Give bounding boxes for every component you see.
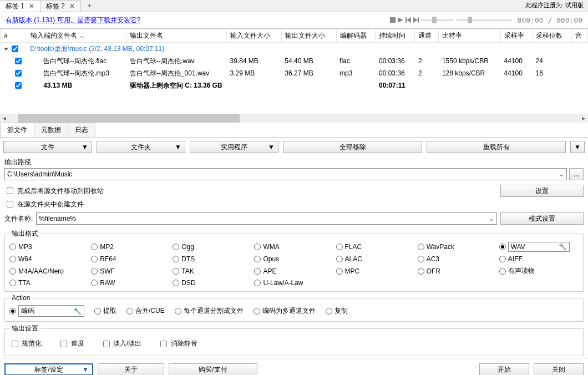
subtab-source[interactable]: 源文件 — [0, 123, 34, 137]
close-icon[interactable]: ✕ — [69, 2, 75, 10]
normalize-checkbox[interactable]: 规范化 — [9, 339, 42, 349]
format-tak[interactable]: TAK — [173, 266, 252, 276]
subtab-log[interactable]: 日志 — [68, 123, 95, 137]
output-path-input[interactable]: C:\Users\admin\Music⌄ — [4, 168, 567, 180]
volume-slider[interactable] — [421, 19, 454, 21]
about-button[interactable]: 关于 — [98, 363, 164, 375]
close-icon[interactable]: ✕ — [29, 2, 34, 10]
format-audiobook[interactable]: 有声读物 — [499, 266, 579, 276]
start-button[interactable]: 开始 — [479, 363, 529, 375]
subtab-metadata[interactable]: 元数据 — [34, 123, 68, 137]
format-wav[interactable]: WAV🔧 — [499, 242, 579, 252]
col-sample-rate[interactable]: 采样率 — [501, 29, 533, 43]
col-input-size[interactable]: 输入文件大小 — [227, 29, 282, 43]
file-dropdown-button[interactable]: 文件▼ — [3, 141, 92, 153]
action-merge[interactable]: 合并/CUE — [126, 306, 165, 316]
format-raw[interactable]: RAW — [91, 279, 170, 287]
row-checkbox[interactable] — [15, 58, 22, 64]
col-input-name[interactable]: 输入端的文件名 ⌄ — [27, 29, 126, 43]
close-button[interactable]: 关闭 — [534, 363, 584, 375]
action-extract[interactable]: 提取 — [94, 306, 116, 316]
group-row[interactable]: D:\tools\桌面\music (2/2, 43.13 MB, 00:07:… — [1, 43, 588, 55]
filename-pattern-input[interactable]: %filename%⌄ — [36, 212, 497, 225]
format-ac3[interactable]: AC3 — [418, 255, 497, 263]
col-audio[interactable]: 音 — [571, 29, 587, 43]
svg-rect-5 — [418, 17, 419, 23]
format-w64[interactable]: W64 — [9, 255, 89, 263]
table-row[interactable]: 告白气球--周杰伦.mp3 告白气球--周杰伦_001.wav 3.29 MB … — [1, 67, 588, 79]
silence-checkbox[interactable]: 消除静音 — [158, 339, 197, 349]
stop-icon[interactable] — [390, 17, 396, 24]
speed-checkbox[interactable]: 速度 — [58, 339, 84, 349]
format-ape[interactable]: APE — [254, 266, 333, 276]
cell-duration: 00:03:36 — [376, 67, 415, 79]
chevron-down-icon: ▼ — [82, 366, 89, 373]
col-codec[interactable]: 编解码器 — [336, 29, 376, 43]
buy-button[interactable]: 购买/支付 — [169, 363, 257, 375]
browse-button[interactable]: ... — [569, 168, 584, 180]
horizontal-scrollbar[interactable]: ◂ ▸ — [0, 114, 588, 123]
format-flac[interactable]: FLAC — [336, 242, 415, 252]
action-multi[interactable]: 编码为多通道文件 — [254, 306, 316, 316]
format-wma[interactable]: WMA — [254, 242, 333, 252]
col-channels[interactable]: 通道 — [415, 29, 439, 43]
format-aiff[interactable]: AIFF — [499, 255, 579, 263]
format-opus[interactable]: Opus — [254, 255, 333, 263]
utility-dropdown-button[interactable]: 实用程序▼ — [190, 141, 278, 153]
format-ulaw[interactable]: U-Law/A-Law — [254, 279, 333, 287]
scroll-thumb[interactable] — [18, 114, 240, 123]
prev-icon[interactable] — [405, 17, 411, 24]
col-output-name[interactable]: 输出文件名 — [126, 29, 227, 43]
next-icon[interactable] — [413, 17, 419, 24]
wrench-icon[interactable]: 🔧 — [559, 243, 567, 251]
folder-dropdown-button[interactable]: 文件夹▼ — [97, 141, 185, 153]
format-wavpack[interactable]: WavPack — [418, 242, 497, 252]
group-checkbox[interactable] — [12, 45, 18, 52]
wrench-icon[interactable]: 🔧 — [73, 307, 82, 315]
col-output-size[interactable]: 输出文件大小 — [281, 29, 336, 43]
format-mp2[interactable]: MP2 — [91, 242, 170, 252]
row-checkbox[interactable] — [15, 70, 22, 77]
table-row[interactable]: 告白气球--周杰伦.flac 告白气球--周杰伦.wav 39.84 MB 54… — [1, 55, 588, 67]
format-ogg[interactable]: Ogg — [173, 242, 252, 252]
col-duration[interactable]: 持续时间 — [376, 29, 415, 43]
tag-settings-button[interactable]: 标签/设定▼ — [4, 363, 93, 375]
action-copy[interactable]: 复制 — [326, 306, 348, 316]
col-num[interactable]: # — [1, 29, 27, 43]
pattern-settings-button[interactable]: 模式设置 — [500, 212, 584, 225]
col-sample-bits[interactable]: 采样位数 — [532, 29, 571, 43]
format-alac[interactable]: ALAC — [336, 255, 415, 263]
action-split[interactable]: 每个通道分割成文件 — [175, 306, 244, 316]
settings-button[interactable]: 设置 — [500, 185, 584, 197]
scroll-right-icon[interactable]: ▸ — [579, 114, 588, 122]
format-mpc[interactable]: MPC — [336, 266, 415, 276]
chevron-down-icon[interactable]: ⌄ — [559, 170, 564, 178]
format-tta[interactable]: TTA — [9, 279, 89, 287]
format-dsd[interactable]: DSD — [173, 279, 252, 287]
chevron-down-icon[interactable]: ⌄ — [489, 215, 494, 222]
action-encode[interactable]: 编码🔧 — [9, 305, 84, 317]
format-swf[interactable]: SWF — [91, 266, 170, 276]
format-rf64[interactable]: RF64 — [91, 255, 170, 263]
more-dropdown-button[interactable]: ▼ — [570, 141, 585, 153]
remove-all-button[interactable]: 全部移除 — [283, 141, 422, 153]
tab-bar: 标签 1 ✕ 标签 2 ✕ + 此程序注册为: 试用版 — [0, 0, 588, 12]
fade-checkbox[interactable]: 淡入/淡出 — [101, 339, 142, 349]
tab-2[interactable]: 标签 2 ✕ — [40, 0, 81, 12]
reload-all-button[interactable]: 重载所有 — [427, 141, 566, 153]
format-m4a[interactable]: M4A/AAC/Nero — [9, 266, 89, 276]
tab-1[interactable]: 标签 1 ✕ — [0, 0, 40, 12]
scroll-left-icon[interactable]: ◂ — [0, 114, 9, 122]
format-mp3[interactable]: MP3 — [9, 242, 89, 252]
summary-checkbox[interactable] — [15, 82, 22, 89]
format-dts[interactable]: DTS — [173, 255, 252, 263]
col-bitrate[interactable]: 比特率 — [439, 29, 501, 43]
update-link[interactable]: 有新版本 (1.131) 可用。是否要下载并安装它? — [6, 16, 140, 25]
play-icon[interactable] — [398, 17, 403, 24]
recycle-checkbox[interactable] — [7, 188, 13, 194]
seek-slider[interactable] — [457, 19, 512, 21]
create-in-source-checkbox[interactable] — [7, 201, 13, 207]
format-ofr[interactable]: OFR — [418, 266, 497, 276]
expand-icon[interactable] — [4, 48, 8, 50]
add-tab-button[interactable]: + — [81, 0, 98, 12]
